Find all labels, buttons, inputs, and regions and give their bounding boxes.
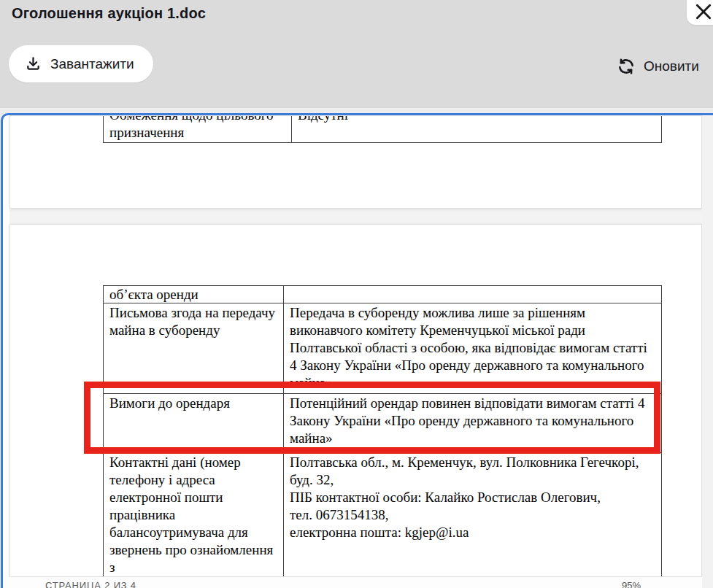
row-label: об’єкта оренди — [104, 286, 284, 303]
row-value: Полтавська обл., м. Кременчук, вул. Полк… — [284, 453, 661, 577]
pages-container: Обмеження щодо цільового призначення Від… — [9, 115, 702, 577]
row-label: Контактні дані (номер телефону і адреса … — [104, 453, 284, 577]
viewer-right-margin — [702, 115, 713, 588]
viewer-statusbar: СТРАНИЦА 2 ИЗ 4 95% — [3, 577, 702, 588]
row-value — [284, 286, 661, 303]
close-icon — [694, 2, 713, 21]
close-button[interactable] — [687, 0, 713, 25]
row-value: Потенційний орендар повинен відповідати … — [284, 394, 661, 452]
row-label: Обмеження щодо цільового призначення — [104, 115, 292, 142]
row-value: Передача в суборенду можлива лише за ріш… — [284, 303, 661, 393]
download-button[interactable]: Завантажити — [9, 45, 153, 82]
download-button-label: Завантажити — [50, 56, 134, 72]
table-row: Письмова згода на передачу майна в субор… — [104, 303, 661, 393]
table-row: Контактні дані (номер телефону і адреса … — [104, 452, 661, 577]
table-row: об’єкта оренди — [104, 286, 661, 303]
row-label: Письмова згода на передачу майна в субор… — [104, 303, 284, 393]
document-viewer[interactable]: Обмеження щодо цільового призначення Від… — [1, 113, 713, 588]
document-page-1: Обмеження щодо цільового призначення Від… — [9, 115, 702, 209]
download-icon — [25, 55, 42, 72]
refresh-button[interactable]: Оновити — [617, 55, 699, 77]
page-indicator: СТРАНИЦА 2 ИЗ 4 — [45, 580, 136, 588]
page-gap — [9, 209, 702, 224]
modal-header: Оголошення аукціон 1.doc Завантажити Оно… — [0, 0, 713, 108]
row-value: Відсутні — [292, 115, 661, 142]
zoom-level: 95% — [622, 580, 641, 588]
refresh-button-label: Оновити — [644, 58, 699, 74]
doc-table: об’єкта оренди Письмова згода на передач… — [103, 285, 662, 577]
refresh-icon — [617, 57, 636, 76]
document-title: Оголошення аукціон 1.doc — [12, 5, 206, 22]
row-label: Вимоги до орендаря — [104, 394, 284, 452]
table-row-highlighted: Вимоги до орендаря Потенційний орендар п… — [104, 393, 661, 452]
document-page-2: об’єкта оренди Письмова згода на передач… — [9, 224, 702, 577]
table-row: Обмеження щодо цільового призначення Від… — [104, 115, 661, 142]
doc-table-fragment: Обмеження щодо цільового призначення Від… — [103, 115, 662, 143]
